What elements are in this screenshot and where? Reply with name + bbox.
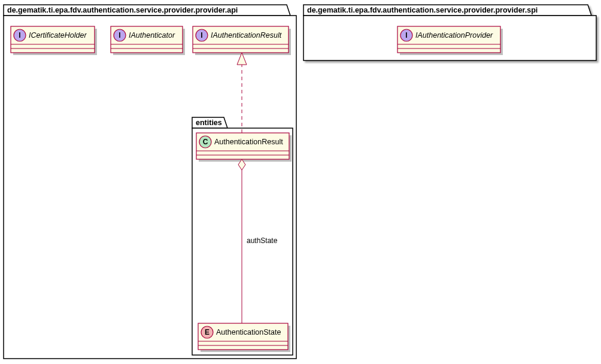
uml-diagram: de.gematik.ti.epa.fdv.authentication.ser… (0, 0, 601, 364)
interface-iauthenticator-name: IAuthenticator (129, 31, 175, 40)
enum-authenticationstate-name: AuthenticationState (216, 328, 281, 336)
stereo-letter: I (405, 31, 407, 40)
interface-iauthenticator: I IAuthenticator (111, 26, 185, 55)
stereo-letter: C (203, 138, 208, 146)
interface-icertificateholder-name: ICertificateHolder (29, 31, 87, 40)
package-api-label: de.gematik.ti.epa.fdv.authentication.ser… (7, 6, 238, 14)
class-authenticationresult-name: AuthenticationResult (214, 138, 283, 146)
stereo-letter: E (205, 328, 210, 336)
stereo-letter: I (201, 31, 202, 40)
interface-iauthenticationprovider-name: IAuthenticationProvider (415, 31, 493, 40)
stereo-letter: I (19, 31, 20, 40)
interface-iauthenticationprovider: I IAuthenticationProvider (397, 26, 503, 55)
class-authenticationresult: C AuthenticationResult (196, 133, 292, 162)
interface-iauthenticationresult: I IAuthenticationResult (193, 26, 291, 55)
interface-iauthenticationresult-name: IAuthenticationResult (211, 31, 282, 40)
stereo-letter: I (119, 31, 120, 40)
package-entities-label: entities (196, 119, 222, 127)
enum-authenticationstate: E AuthenticationState (198, 323, 290, 352)
relation-aggregation-label: authState (247, 236, 278, 245)
package-spi-label: de.gematik.ti.epa.fdv.authentication.ser… (307, 6, 538, 14)
interface-icertificateholder: I ICertificateHolder (11, 26, 97, 55)
